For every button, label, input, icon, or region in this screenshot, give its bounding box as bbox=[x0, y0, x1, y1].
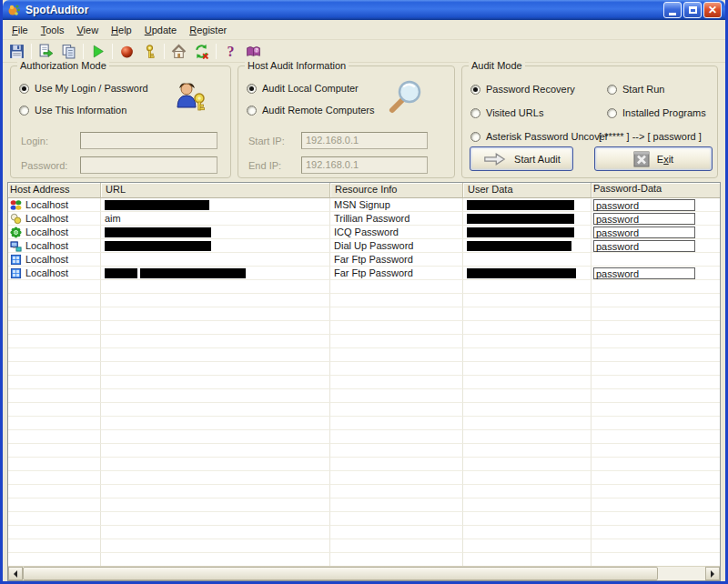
toolbar-about-button[interactable]: ? bbox=[242, 41, 265, 61]
maximize-button[interactable] bbox=[683, 2, 702, 18]
login-label: Login: bbox=[21, 136, 80, 146]
svg-text:?: ? bbox=[255, 47, 258, 53]
password-value[interactable]: password bbox=[593, 199, 695, 211]
login-input[interactable] bbox=[80, 132, 217, 149]
empty-row bbox=[8, 471, 720, 485]
close-button[interactable]: ✕ bbox=[703, 2, 722, 18]
home-icon bbox=[171, 44, 187, 59]
redacted-url bbox=[105, 241, 211, 251]
menu-help[interactable]: Help bbox=[105, 22, 138, 38]
toolbar-copy-button[interactable] bbox=[57, 41, 80, 61]
menu-view[interactable]: View bbox=[70, 22, 105, 38]
asterisk-password-uncover-radio[interactable] bbox=[470, 132, 480, 142]
audit-remote-computers-radio[interactable] bbox=[247, 106, 257, 116]
table-row[interactable]: LocalhostaimTrillian Passwordpassword bbox=[8, 212, 720, 226]
password-recovery-radio[interactable] bbox=[470, 85, 480, 95]
url-text: aim bbox=[105, 213, 121, 224]
column-header-resource-info[interactable]: Resource Info bbox=[330, 183, 463, 198]
toolbar-home-button[interactable] bbox=[167, 41, 190, 61]
password-value[interactable]: password bbox=[593, 267, 695, 279]
table-row[interactable]: LocalhostMSN Signuppassword bbox=[8, 198, 720, 212]
toolbar-update-button[interactable] bbox=[190, 41, 213, 61]
resource-cell: Trillian Password bbox=[330, 212, 463, 226]
empty-row bbox=[8, 526, 720, 539]
host-name: Localhost bbox=[25, 240, 68, 251]
x-icon bbox=[633, 151, 650, 167]
listview-body: LocalhostMSN SignuppasswordLocalhostaimT… bbox=[8, 198, 720, 566]
trillian-icon bbox=[10, 213, 23, 225]
control-panels: Authorization Mode Use My Login / Passwo… bbox=[3, 63, 725, 178]
svg-text:?: ? bbox=[228, 44, 235, 59]
empty-row bbox=[8, 307, 720, 321]
host-name: Localhost bbox=[25, 227, 68, 237]
menu-register[interactable]: Register bbox=[183, 22, 233, 38]
password-value[interactable]: password bbox=[593, 240, 695, 252]
start-audit-button[interactable]: Start Audit bbox=[470, 146, 573, 171]
title-bar: SpotAuditor ✕ bbox=[3, 0, 725, 20]
password-label: Password: bbox=[21, 160, 80, 171]
scroll-left-button[interactable] bbox=[8, 567, 23, 580]
url-cell bbox=[101, 198, 330, 212]
host-cell: Localhost bbox=[8, 239, 101, 253]
toolbar-key-button[interactable] bbox=[138, 41, 161, 61]
toolbar-separator bbox=[112, 44, 113, 59]
column-header-host-address[interactable]: Host Address bbox=[8, 183, 101, 198]
installed-programs-radio[interactable] bbox=[607, 108, 617, 118]
host-cell: Localhost bbox=[8, 267, 101, 280]
scrollbar-thumb[interactable] bbox=[23, 567, 658, 580]
toolbar-help-button[interactable]: ? bbox=[219, 41, 242, 61]
close-icon: ✕ bbox=[708, 5, 717, 15]
visited-urls-label: Visited URLs bbox=[486, 107, 543, 118]
toolbar-run-button[interactable] bbox=[86, 41, 109, 61]
host-name: Localhost bbox=[25, 213, 68, 224]
scroll-right-button[interactable] bbox=[705, 567, 720, 580]
start-run-radio[interactable] bbox=[607, 85, 617, 95]
audit-local-computer-radio[interactable] bbox=[247, 84, 257, 94]
redacted-user-data bbox=[467, 227, 574, 237]
about-icon: ? bbox=[246, 44, 261, 59]
column-header-user-data[interactable]: User Data bbox=[463, 183, 592, 198]
icq-icon bbox=[10, 227, 23, 238]
start-ip-input[interactable]: 192.168.0.1 bbox=[301, 132, 428, 149]
toolbar-separator bbox=[83, 44, 84, 59]
menu-tools[interactable]: Tools bbox=[35, 22, 71, 38]
host-audit-title: Host Audit Information bbox=[245, 60, 349, 71]
empty-row bbox=[8, 417, 720, 430]
empty-row bbox=[8, 458, 720, 471]
column-header-password-data[interactable]: Password-Data bbox=[592, 183, 720, 198]
horizontal-scrollbar[interactable] bbox=[8, 566, 720, 580]
exit-button[interactable]: Exit bbox=[594, 146, 713, 171]
toolbar-export-button[interactable] bbox=[35, 41, 57, 61]
end-ip-input[interactable]: 192.168.0.1 bbox=[301, 156, 428, 174]
url-cell bbox=[101, 226, 330, 239]
table-row[interactable]: LocalhostFar Ftp Password bbox=[8, 253, 720, 267]
menu-update[interactable]: Update bbox=[138, 22, 183, 38]
toolbar-stop-button[interactable] bbox=[116, 41, 138, 61]
table-row[interactable]: LocalhostICQ Passwordpassword bbox=[8, 226, 720, 239]
menu-file[interactable]: File bbox=[5, 22, 35, 38]
table-row[interactable]: LocalhostFar Ftp Passwordpassword bbox=[8, 267, 720, 280]
toolbar-separator bbox=[216, 44, 217, 59]
update-icon bbox=[194, 44, 209, 59]
column-header-url[interactable]: URL bbox=[101, 183, 330, 198]
scrollbar-track[interactable] bbox=[658, 567, 705, 580]
visited-urls-radio[interactable] bbox=[470, 108, 480, 118]
table-row[interactable]: LocalhostDial Up Passwordpassword bbox=[8, 239, 720, 253]
password-value[interactable]: password bbox=[593, 227, 695, 238]
password-cell: password bbox=[592, 198, 720, 212]
use-my-login-password-radio[interactable] bbox=[19, 84, 29, 94]
url-cell: aim bbox=[101, 212, 330, 226]
redacted-user-data bbox=[467, 268, 576, 278]
minimize-button[interactable] bbox=[663, 2, 682, 18]
toolbar-save-button[interactable] bbox=[5, 41, 28, 61]
use-this-information-radio[interactable] bbox=[19, 106, 29, 116]
redacted-user-data bbox=[467, 214, 574, 224]
installed-programs-label: Installed Programs bbox=[622, 107, 706, 118]
menu-bar: FileToolsViewHelpUpdateRegister bbox=[3, 20, 725, 40]
use-my-login-password-label: Use My Login / Password bbox=[35, 83, 148, 94]
password-input[interactable] bbox=[80, 156, 217, 174]
empty-row bbox=[8, 498, 720, 512]
password-value[interactable]: password bbox=[593, 213, 695, 225]
empty-row bbox=[8, 553, 720, 566]
empty-row bbox=[8, 294, 720, 307]
